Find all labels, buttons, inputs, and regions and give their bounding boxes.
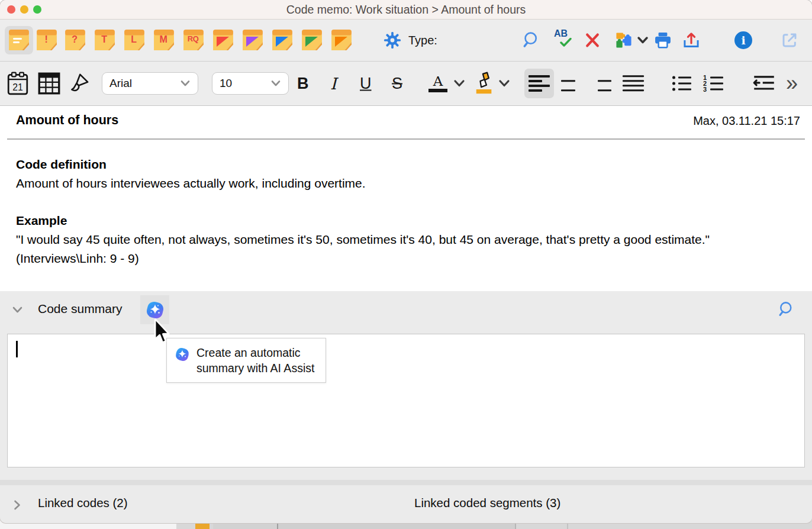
align-right-button[interactable] [590, 75, 611, 91]
spellcheck-button[interactable]: AB [553, 30, 574, 51]
bullet-list-icon [672, 76, 691, 91]
font-family-select[interactable]: Arial [102, 72, 198, 95]
italic-button[interactable]: I [330, 75, 337, 93]
plugins-dropdown-button[interactable] [637, 36, 649, 45]
bold-button[interactable]: B [297, 75, 309, 93]
memo-type-literature-button[interactable]: L [124, 29, 145, 51]
more-tools-button[interactable]: » [786, 78, 797, 89]
literature-memo-icon: L [124, 29, 145, 51]
example-text: "I would say 45 quite often, not always,… [16, 230, 772, 268]
memo-content: Amount of hours Max, 03.11.21 15:17 Code… [0, 106, 812, 291]
search-icon [778, 301, 795, 318]
memo-type-blue-button[interactable] [272, 29, 293, 51]
format-painter-button[interactable] [66, 71, 91, 96]
highlight-color-dropdown-button[interactable] [498, 79, 510, 88]
chevron-down-icon [12, 306, 23, 314]
memo-type-important-button[interactable]: ! [36, 29, 57, 51]
align-center-button[interactable] [558, 75, 579, 91]
collapse-summary-button[interactable] [12, 306, 23, 317]
format-toolbar: 21 Arial [0, 62, 812, 106]
window-title: Code memo: Work situation > Amount of ho… [0, 3, 812, 17]
bullet-list-button[interactable] [672, 76, 691, 91]
check-icon [560, 38, 572, 47]
expand-linked-codes-button[interactable] [13, 499, 21, 513]
puzzle-icon [614, 31, 633, 50]
splitter-band[interactable] [0, 480, 812, 485]
align-left-icon [529, 75, 550, 91]
memo-type-research-question-button[interactable]: RQ [183, 29, 204, 51]
print-button[interactable] [653, 31, 672, 50]
printer-icon [653, 31, 672, 50]
title-divider [7, 138, 805, 140]
memo-type-red-button[interactable] [212, 29, 234, 51]
decrease-indent-button[interactable] [753, 74, 775, 93]
screen: Code memo: Work situation > Amount of ho… [0, 0, 812, 529]
highlight-color-button[interactable] [472, 72, 495, 95]
font-size-value: 10 [220, 77, 232, 90]
important-memo-icon: ! [36, 29, 57, 51]
definition-heading: Code definition [16, 155, 107, 174]
insert-table-button[interactable] [38, 72, 60, 95]
font-family-value: Arial [109, 77, 132, 90]
underline-button[interactable]: U [360, 75, 372, 93]
export-button[interactable] [682, 31, 701, 50]
align-right-icon [590, 75, 611, 91]
search-summary-button[interactable] [778, 301, 795, 321]
numbered-list-button[interactable]: 1 2 3 [703, 76, 723, 91]
chevron-right-icon [13, 499, 21, 511]
memo-type-purple-button[interactable] [242, 29, 263, 51]
gear-icon [384, 31, 401, 49]
memo-text-line [13, 38, 22, 40]
font-color-button[interactable]: A [428, 75, 447, 92]
memo-title: Amount of hours [16, 113, 118, 128]
undock-window-button[interactable] [780, 31, 799, 50]
code-summary-heading: Code summary [38, 302, 122, 316]
justify-icon [623, 75, 644, 91]
memo-type-question-button[interactable]: ? [65, 29, 86, 51]
font-color-swatch [428, 89, 447, 92]
ai-assist-tooltip: Create an automatic summary with AI Assi… [166, 338, 326, 383]
orange-memo-icon [331, 29, 352, 51]
memo-glyph: L [124, 34, 144, 45]
memo-author-timestamp: Max, 03.11.21 15:17 [693, 114, 800, 128]
method-memo-icon: M [153, 29, 175, 51]
memo-type-method-button[interactable]: M [153, 29, 175, 51]
plugins-button[interactable] [614, 31, 633, 50]
memo-glyph: RQ [183, 34, 203, 43]
linked-coded-segments-heading: Linked coded segments (3) [414, 496, 560, 510]
insert-date-button[interactable]: 21 [7, 72, 28, 95]
code-summary-textarea[interactable] [7, 334, 805, 467]
example-heading: Example [16, 211, 67, 230]
chevron-down-icon [180, 79, 191, 88]
red-memo-icon [212, 29, 234, 51]
font-size-select[interactable]: 10 [212, 72, 289, 95]
align-left-button[interactable] [524, 69, 554, 98]
search-icon [522, 31, 541, 50]
memo-text-line [13, 41, 20, 43]
info-button[interactable]: i [734, 31, 752, 49]
green-memo-icon [301, 29, 323, 51]
memo-type-gear-button[interactable] [384, 31, 401, 49]
highlighter-icon [472, 72, 495, 95]
memo-type-standard-button[interactable] [5, 26, 33, 54]
align-center-icon [558, 75, 579, 91]
highlight-color-swatch [476, 89, 492, 93]
memo-type-orange-button[interactable] [331, 29, 352, 51]
memo-type-theory-button[interactable]: T [94, 29, 115, 51]
ai-assist-icon [174, 346, 191, 363]
search-memo-button[interactable] [522, 31, 541, 50]
strikethrough-button[interactable]: S [392, 75, 402, 93]
code-summary-panel: Code summary [0, 291, 812, 523]
outdent-icon [753, 74, 775, 93]
memo-type-green-button[interactable] [301, 29, 323, 51]
numbered-list-icon: 1 2 3 [703, 76, 723, 91]
titlebar: Code memo: Work situation > Amount of ho… [0, 0, 812, 20]
open-external-icon [780, 31, 799, 50]
question-memo-icon: ? [65, 29, 86, 51]
delete-x-icon [584, 31, 601, 49]
chevron-down-icon [637, 36, 649, 45]
chevron-down-icon [498, 79, 510, 88]
justify-button[interactable] [623, 75, 644, 91]
delete-memo-button[interactable] [584, 31, 601, 49]
font-color-dropdown-button[interactable] [453, 79, 465, 88]
